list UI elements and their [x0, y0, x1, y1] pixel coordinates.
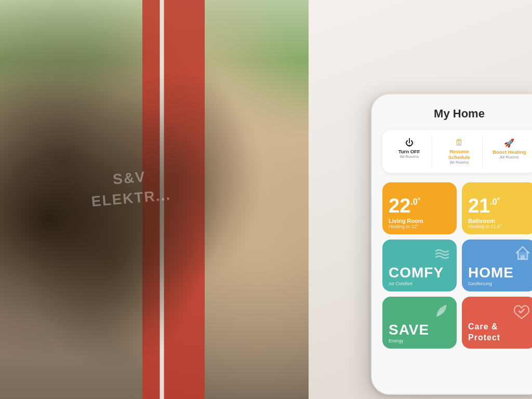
bathroom-tile[interactable]: 21.0° Bathroom Heating to 21.6° — [462, 182, 532, 234]
quick-actions-bar: ⏻ Turn OFF All Rooms 🗓 Resume Schedule A… — [382, 130, 532, 173]
app-title: My Home — [382, 107, 532, 121]
save-tile[interactable]: SAVE Energy — [382, 297, 457, 349]
turn-off-button[interactable]: ⏻ Turn OFF All Rooms — [387, 135, 432, 168]
power-icon: ⏻ — [405, 138, 414, 148]
wind-icon — [432, 244, 453, 269]
right-panel: My Home ⏻ Turn OFF All Rooms 🗓 Resume Sc… — [309, 0, 532, 399]
tiles-grid: 22.0° Living Room Heating to 22° 21.0° B… — [382, 182, 532, 349]
schedule-icon: 🗓 — [455, 138, 463, 148]
house-icon — [513, 244, 532, 266]
phone-mockup: My Home ⏻ Turn OFF All Rooms 🗓 Resume Sc… — [371, 94, 532, 395]
home-tile[interactable]: HOME Geofencing — [462, 240, 532, 291]
svg-rect-0 — [521, 255, 525, 259]
phone-screen: My Home ⏻ Turn OFF All Rooms 🗓 Resume Sc… — [372, 95, 532, 394]
heart-shield-icon — [511, 301, 532, 325]
comfy-tile[interactable]: COMFY Air Comfort — [382, 240, 457, 291]
resume-schedule-button[interactable]: 🗓 Resume Schedule All Rooms — [436, 135, 482, 168]
boost-heating-button[interactable]: 🚀 Boost Heating All Rooms — [487, 135, 532, 168]
living-room-tile[interactable]: 22.0° Living Room Heating to 22° — [382, 182, 457, 234]
rocket-icon: 🚀 — [504, 138, 514, 148]
care-protect-tile[interactable]: Care & Protect — [462, 297, 532, 349]
watermark: S&V ELEKTR... — [88, 164, 171, 211]
family-photo: S&V ELEKTR... — [0, 0, 322, 399]
living-room-temp: 22.0° — [389, 196, 450, 216]
leaf-icon — [432, 301, 453, 325]
bathroom-temp: 21.0° — [468, 196, 530, 216]
